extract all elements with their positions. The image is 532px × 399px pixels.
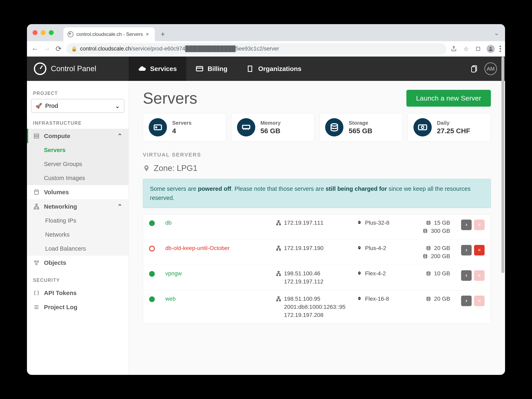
sidebar-custom-images-label: Custom Images: [44, 175, 85, 181]
nav-organizations[interactable]: Organizations: [237, 57, 310, 81]
nav-billing[interactable]: Billing: [186, 57, 237, 81]
detail-button[interactable]: [461, 270, 472, 281]
svg-rect-36: [277, 224, 278, 225]
sidebar-floating-ips[interactable]: Floating IPs: [27, 214, 128, 228]
storage-column: 10 GB: [410, 270, 450, 277]
detail-button[interactable]: [461, 245, 472, 256]
main-content: Servers Launch a new Server Servers 4: [129, 81, 505, 375]
sidebar-load-balancers[interactable]: Load Balancers: [27, 242, 128, 256]
network-icon: [33, 204, 40, 210]
svg-rect-13: [34, 134, 39, 136]
brand[interactable]: Control Panel: [27, 57, 129, 81]
app-topbar: Control Panel Services Billing Organizat…: [27, 57, 505, 81]
window-zoom-button[interactable]: [49, 30, 54, 35]
bookmark-icon[interactable]: ☆: [462, 45, 470, 52]
stat-servers-label: Servers: [172, 120, 191, 126]
network-icon: [276, 220, 282, 225]
sidebar-networking[interactable]: Networking ⌃: [27, 199, 128, 214]
braces-icon: [33, 290, 40, 296]
server-name-link[interactable]: web: [165, 296, 272, 302]
reload-button[interactable]: ⟳: [55, 45, 63, 53]
svg-rect-45: [278, 271, 279, 272]
svg-point-21: [36, 263, 37, 265]
user-avatar[interactable]: AM: [484, 62, 497, 75]
disk-icon: [423, 254, 429, 259]
stat-daily-label: Daily: [437, 120, 470, 126]
ip-address: 172.19.197.111: [284, 219, 323, 226]
back-button[interactable]: ←: [31, 45, 39, 53]
profile-button[interactable]: [487, 45, 495, 53]
server-row: db-old-keep-until-October172.19.197.190P…: [143, 240, 491, 265]
window-close-button[interactable]: [33, 30, 38, 35]
sidebar-project-log[interactable]: Project Log: [27, 300, 128, 314]
rocket-icon: [357, 296, 363, 301]
browser-titlebar: control.cloudscale.ch - Servers × + ⌄: [27, 24, 505, 41]
server-name-link[interactable]: db-old-keep-until-October: [165, 245, 272, 251]
row-actions: ×: [454, 270, 485, 281]
sidebar-project-log-label: Project Log: [44, 304, 77, 311]
scrollbar-thumb[interactable]: [501, 57, 504, 273]
infra-section-label: INFRASTRUCTURE: [27, 117, 128, 129]
rocket-icon: [357, 220, 363, 225]
building-icon: [246, 65, 254, 73]
server-name-link[interactable]: vpngw: [165, 270, 272, 277]
ip-address: 198.51.100.95: [284, 296, 320, 302]
sidebar-objects[interactable]: Objects: [27, 256, 128, 270]
stat-storage: Storage 565 GB: [319, 113, 403, 142]
delete-button[interactable]: ×: [474, 245, 485, 256]
project-select[interactable]: 🚀 Prod ⌄: [31, 99, 124, 113]
extensions-icon[interactable]: [475, 45, 482, 52]
svg-rect-50: [277, 300, 278, 301]
server-name-link[interactable]: db: [165, 219, 272, 226]
sidebar-networks[interactable]: Networks: [27, 228, 128, 242]
svg-rect-41: [277, 249, 278, 250]
row-actions: ×: [454, 245, 485, 256]
svg-rect-49: [278, 297, 279, 297]
status-indicator: [149, 296, 155, 302]
sidebar-load-balancers-label: Load Balancers: [45, 245, 86, 252]
svg-rect-0: [476, 47, 480, 51]
storage-column: 15 GB300 GB: [410, 219, 450, 234]
clipboard-icon[interactable]: [470, 65, 478, 73]
browser-tab[interactable]: control.cloudscale.ch - Servers ×: [63, 27, 155, 41]
sidebar-objects-label: Objects: [44, 259, 66, 266]
security-section-label: SECURITY: [27, 274, 128, 286]
server-row: vpngw198.51.100.46172.19.197.112Flex-4-2…: [143, 265, 491, 290]
sidebar-api-tokens[interactable]: API Tokens: [27, 286, 128, 300]
scrollbar[interactable]: [501, 57, 504, 375]
svg-rect-14: [34, 136, 39, 138]
forward-button[interactable]: →: [43, 45, 51, 53]
browser-menu-button[interactable]: [500, 46, 501, 52]
detail-button[interactable]: [461, 219, 472, 230]
project-section-label: PROJECT: [27, 87, 128, 99]
zone-prefix: Zone:: [154, 164, 177, 173]
page-title: Servers: [143, 89, 197, 108]
flavor-name: Flex-4-2: [365, 270, 386, 277]
address-bar[interactable]: 🔒 control.cloudscale.ch/service/prod-e60…: [66, 43, 447, 55]
tabs-dropdown-button[interactable]: ⌄: [494, 29, 499, 37]
svg-point-34: [421, 126, 424, 129]
traffic-lights: [33, 30, 54, 35]
tab-close-button[interactable]: ×: [146, 31, 149, 38]
sidebar-volumes[interactable]: Volumes: [27, 185, 128, 199]
sidebar-compute[interactable]: Compute ⌃: [27, 129, 128, 143]
list-icon: [33, 304, 40, 310]
disk-size: 300 GB: [431, 228, 450, 234]
sidebar-servers[interactable]: Servers: [27, 143, 128, 157]
window-minimize-button[interactable]: [41, 30, 46, 35]
objects-icon: [33, 260, 40, 266]
nav-services[interactable]: Services: [129, 57, 186, 81]
new-tab-button[interactable]: +: [157, 29, 169, 40]
sidebar-server-groups[interactable]: Server Groups: [27, 157, 128, 171]
svg-rect-18: [37, 208, 39, 209]
sidebar-custom-images[interactable]: Custom Images: [27, 171, 128, 185]
chevron-up-icon: ⌃: [117, 203, 122, 210]
svg-point-52: [427, 297, 430, 298]
lock-icon: 🔒: [71, 46, 77, 52]
ip-address: 198.51.100.46: [284, 270, 320, 277]
share-icon[interactable]: [450, 45, 457, 52]
storage-stat-icon: [325, 118, 343, 136]
detail-button[interactable]: [461, 296, 472, 306]
launch-server-button[interactable]: Launch a new Server: [406, 90, 491, 107]
ip-address: 172.19.197.208: [276, 312, 353, 318]
